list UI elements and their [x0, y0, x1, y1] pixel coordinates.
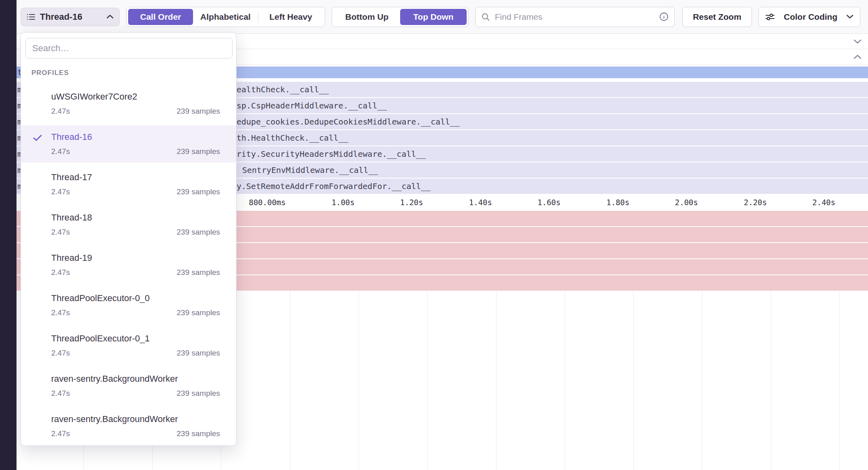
profile-name: Thread-18 [51, 212, 92, 223]
find-frames-input[interactable] [494, 12, 655, 22]
gridline [702, 291, 702, 470]
profile-duration: 2.47s [51, 389, 70, 398]
profiles-section-label: PROFILES [31, 69, 69, 77]
profile-name: Thread-19 [51, 253, 92, 263]
ruler-tick-label: 2.00s [675, 195, 698, 210]
frame-label: y.SetRemoteAddrFromForwardedFor.__call__ [237, 179, 431, 194]
profile-item-selected[interactable]: Thread-16 2.47s 239 samples [21, 125, 236, 162]
app-sidebar-strip [0, 0, 17, 470]
profile-samples: 239 samples [177, 268, 220, 277]
sort-segmented-control: Call Order Alphabetical Left Heavy [126, 7, 325, 27]
profile-samples: 239 samples [177, 107, 220, 116]
gridline [839, 291, 840, 470]
profile-item[interactable]: Thread-18 2.47s 239 samples [21, 206, 236, 243]
frame-label: rity.SecurityHeadersMiddleware.__call__ [237, 146, 426, 162]
profile-name: ThreadPoolExecutor-0_0 [51, 293, 150, 304]
gridline [427, 291, 428, 470]
profile-duration: 2.47s [51, 429, 70, 438]
profile-samples: 239 samples [177, 349, 220, 358]
profile-item[interactable]: uWSGIWorker7Core2 2.47s 239 samples [21, 85, 236, 122]
ruler-tick-label: 1.80s [606, 195, 629, 210]
direction-option-top-down[interactable]: Top Down [400, 9, 467, 25]
ruler-tick-label: 800.00ms [249, 195, 286, 210]
direction-option-bottom-up[interactable]: Bottom Up [334, 9, 400, 25]
frame-label: ealthCheck.__call__ [237, 82, 329, 97]
profile-duration: 2.47s [51, 228, 70, 237]
sort-option-call-order[interactable]: Call Order [128, 9, 193, 25]
profile-samples: 239 samples [177, 429, 220, 438]
ruler-tick-label: 2.20s [744, 195, 767, 210]
check-icon [33, 134, 42, 141]
reset-zoom-button[interactable]: Reset Zoom [682, 7, 752, 27]
profile-samples: 239 samples [177, 147, 220, 156]
profile-duration: 2.47s [51, 268, 70, 277]
ruler-tick-label: 1.20s [400, 195, 423, 210]
gridline [633, 291, 634, 470]
profile-samples: 239 samples [177, 187, 220, 196]
profile-duration: 2.47s [51, 187, 70, 196]
sort-option-left-heavy[interactable]: Left Heavy [258, 9, 323, 25]
find-frames-field [475, 7, 675, 27]
gridline [359, 291, 359, 470]
profile-samples: 239 samples [177, 308, 220, 317]
ruler-tick-label: 1.00s [332, 195, 355, 210]
profiles-dropdown: PROFILES uWSGIWorker7Core2 2.47s 239 sam… [21, 32, 237, 446]
profile-duration: 2.47s [51, 349, 70, 358]
gridline [771, 291, 771, 470]
ruler-tick-label: 1.60s [538, 195, 561, 210]
direction-segmented-control: Bottom Up Top Down [332, 7, 469, 27]
profile-name: ThreadPoolExecutor-0_1 [51, 333, 150, 344]
profile-name: raven-sentry.BackgroundWorker [51, 374, 178, 384]
profile-item[interactable]: raven-sentry.BackgroundWorker 2.47s 239 … [21, 408, 236, 445]
profile-duration: 2.47s [51, 147, 70, 156]
profile-item[interactable]: ThreadPoolExecutor-0_0 2.47s 239 samples [21, 287, 236, 324]
ruler-tick-label: 1.40s [469, 195, 492, 210]
chevron-down-icon [846, 15, 853, 19]
profile-duration: 2.47s [51, 107, 70, 116]
gridline [565, 291, 565, 470]
frame-label: sp.CspHeaderMiddleware.__call__ [237, 98, 387, 113]
profile-samples: 239 samples [177, 389, 220, 398]
section-collapse-chevron-down-icon[interactable] [853, 39, 862, 44]
section-expand-chevron-up-icon[interactable] [853, 54, 862, 59]
chevron-up-icon [106, 15, 114, 19]
frame-label: th.HealthCheck.__call__ [237, 130, 348, 146]
profile-item[interactable]: Thread-17 2.47s 239 samples [21, 166, 236, 203]
profile-item[interactable]: Thread-19 2.47s 239 samples [21, 246, 236, 283]
profile-duration: 2.47s [51, 308, 70, 317]
ruler-tick-label: 2.40s [812, 195, 835, 210]
profile-name: raven-sentry.BackgroundWorker [51, 414, 178, 424]
frame-label: SentryEnvMiddleware.__call__ [242, 162, 378, 178]
profile-name: Thread-16 [51, 132, 92, 142]
profiler-toolbar: Thread-16 Call Order Alphabetical Left H… [17, 0, 868, 34]
profile-name: uWSGIWorker7Core2 [51, 92, 137, 102]
color-coding-button[interactable]: Color Coding [758, 7, 860, 27]
profile-name: Thread-17 [51, 172, 92, 183]
sort-option-alphabetical[interactable]: Alphabetical [193, 9, 258, 25]
frame-label: edupe_cookies.DedupeCookiesMiddleware.__… [237, 114, 460, 129]
thread-selector-label: Thread-16 [40, 12, 102, 22]
search-icon [481, 12, 490, 21]
color-coding-label: Color Coding [784, 12, 837, 22]
sliders-icon [765, 13, 775, 21]
info-icon [659, 12, 669, 21]
dropdown-search-input[interactable] [31, 43, 226, 54]
profile-item[interactable]: raven-sentry.BackgroundWorker 2.47s 239 … [21, 367, 236, 404]
thread-list-icon [27, 13, 35, 21]
thread-selector-button[interactable]: Thread-16 [21, 8, 120, 26]
profile-samples: 239 samples [177, 228, 220, 237]
gridline [290, 291, 290, 470]
profile-item[interactable]: ThreadPoolExecutor-0_1 2.47s 239 samples [21, 327, 236, 364]
gridline [496, 291, 496, 470]
dropdown-search-field [25, 38, 233, 58]
